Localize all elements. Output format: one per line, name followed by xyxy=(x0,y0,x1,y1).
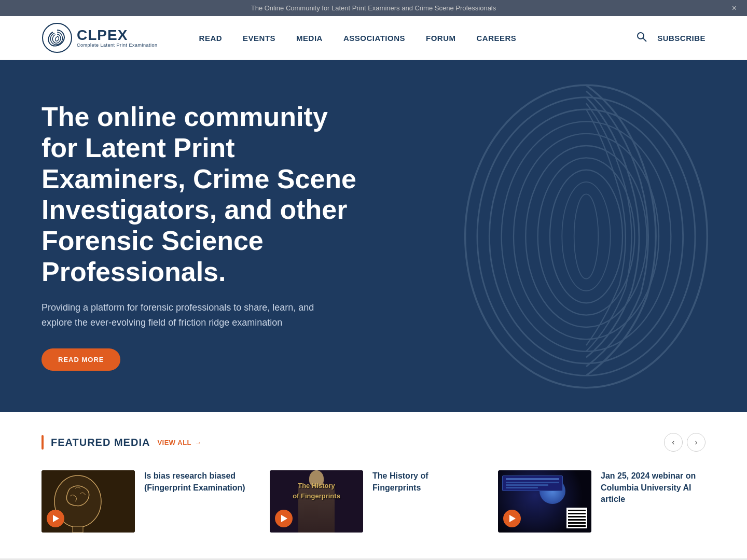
svg-point-12 xyxy=(574,194,599,278)
carousel-next-button[interactable]: › xyxy=(687,433,706,452)
media-info-3: Jan 25, 2024 webinar on Columbia Univers… xyxy=(601,470,706,505)
media-card-1: Is bias research biased (Fingerprint Exa… xyxy=(42,470,249,533)
text-line-1 xyxy=(506,478,559,480)
svg-point-6 xyxy=(502,121,671,351)
text-line-4 xyxy=(506,487,538,488)
svg-rect-15 xyxy=(73,526,83,533)
logo-label: CLPEX xyxy=(77,27,128,43)
banner-close-button[interactable]: × xyxy=(732,4,737,13)
media-cards-container: Is bias research biased (Fingerprint Exa… xyxy=(42,470,706,533)
media-thumb-3[interactable] xyxy=(498,470,591,533)
media-info-2: The History of Fingerprints xyxy=(372,470,477,494)
svg-point-7 xyxy=(514,133,659,339)
hero-section: The online community for Latent Print Ex… xyxy=(0,60,747,412)
carousel-nav: ‹ › xyxy=(664,433,706,452)
media-card-title-3: Jan 25, 2024 webinar on Columbia Univers… xyxy=(601,470,706,505)
qr-code xyxy=(566,508,587,528)
view-all-label: VIEW ALL xyxy=(157,439,191,446)
banner-text: The Online Community for Latent Print Ex… xyxy=(251,4,496,12)
media-thumb-1[interactable] xyxy=(42,470,135,533)
media-thumb-2[interactable]: The Historyof Fingerprints xyxy=(270,470,363,533)
header-actions: SUBSCRIBE xyxy=(637,32,706,45)
svg-point-1 xyxy=(638,33,644,39)
top-banner: The Online Community for Latent Print Ex… xyxy=(0,0,747,16)
carousel-prev-button[interactable]: ‹ xyxy=(664,433,683,452)
svg-point-0 xyxy=(43,23,72,52)
nav-item-careers[interactable]: CAREERS xyxy=(466,29,527,48)
svg-point-11 xyxy=(562,182,610,291)
featured-title: FEATURED MEDIA xyxy=(51,437,150,449)
featured-accent-bar xyxy=(42,435,44,450)
featured-header-left: FEATURED MEDIA VIEW ALL → xyxy=(42,435,202,450)
nav-item-associations[interactable]: ASSOCIATIONS xyxy=(333,29,416,48)
svg-point-10 xyxy=(550,170,622,303)
svg-point-9 xyxy=(538,158,635,315)
welcome-banner xyxy=(502,475,563,491)
thumb-2-title: The Historyof Fingerprints xyxy=(293,482,340,499)
logo-text-block: CLPEX Complete Latent Print Examination xyxy=(77,28,158,48)
nav-item-events[interactable]: EVENTS xyxy=(232,29,286,48)
media-card-3: Jan 25, 2024 webinar on Columbia Univers… xyxy=(498,470,706,533)
featured-header: FEATURED MEDIA VIEW ALL → ‹ › xyxy=(42,433,706,452)
fingerprint-background xyxy=(405,60,747,412)
view-all-arrow: → xyxy=(195,439,202,446)
media-card-title-2: The History of Fingerprints xyxy=(372,470,477,494)
media-card-title-1: Is bias research biased (Fingerprint Exa… xyxy=(144,470,249,494)
text-line-2 xyxy=(506,482,559,483)
svg-point-5 xyxy=(489,109,683,363)
search-icon xyxy=(637,32,647,42)
svg-point-4 xyxy=(477,97,695,375)
hero-content: The online community for Latent Print Ex… xyxy=(42,102,363,371)
qr-inner xyxy=(568,509,586,527)
logo-icon xyxy=(42,22,73,53)
media-card-2: The Historyof Fingerprints The History o… xyxy=(270,470,477,533)
nav-item-media[interactable]: MEDIA xyxy=(286,29,333,48)
thumb-2-overlay: The Historyof Fingerprints xyxy=(288,477,344,505)
view-all-link[interactable]: VIEW ALL → xyxy=(157,439,201,446)
webinar-text-block xyxy=(502,475,563,491)
header: CLPEX Complete Latent Print Examination … xyxy=(0,16,747,60)
text-line-3 xyxy=(506,484,548,486)
hero-subtitle: Providing a platform for forensic profes… xyxy=(42,300,322,330)
nav-item-read[interactable]: READ xyxy=(189,29,233,48)
nav-item-forum[interactable]: FORUM xyxy=(416,29,466,48)
svg-line-2 xyxy=(643,38,646,41)
subscribe-button[interactable]: SUBSCRIBE xyxy=(657,34,706,43)
search-button[interactable] xyxy=(637,32,647,45)
logo-link[interactable]: CLPEX Complete Latent Print Examination xyxy=(42,22,158,53)
hero-title: The online community for Latent Print Ex… xyxy=(42,102,363,288)
main-nav: READ EVENTS MEDIA ASSOCIATIONS FORUM CAR… xyxy=(189,29,637,48)
read-more-button[interactable]: READ MORE xyxy=(42,348,120,371)
media-info-1: Is bias research biased (Fingerprint Exa… xyxy=(144,470,249,494)
logo-sublabel: Complete Latent Print Examination xyxy=(77,43,158,48)
featured-media-section: FEATURED MEDIA VIEW ALL → ‹ › xyxy=(0,412,747,558)
